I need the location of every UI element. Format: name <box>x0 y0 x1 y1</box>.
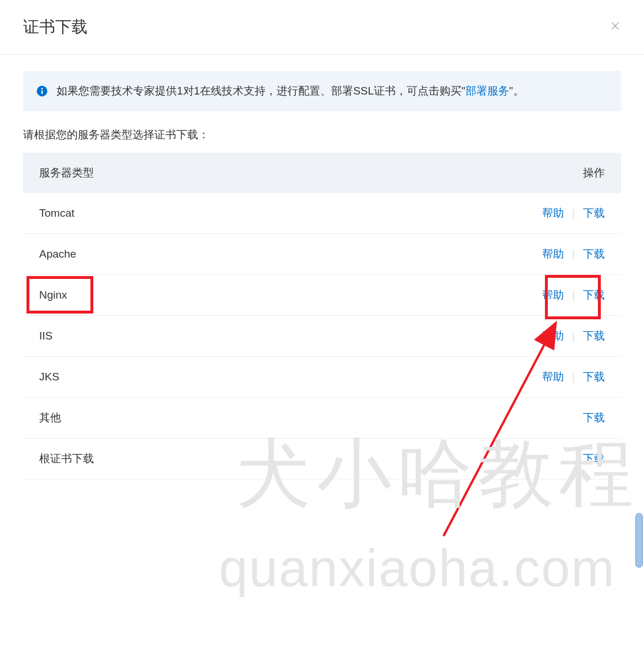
info-icon <box>36 85 48 97</box>
server-type-name: JKS <box>39 371 59 383</box>
download-link[interactable]: 下载 <box>583 410 605 425</box>
action-divider: | <box>572 207 575 220</box>
table-row: 其他下载 <box>23 398 621 439</box>
row-actions: 帮助|下载 <box>542 329 605 343</box>
scrollbar-thumb[interactable] <box>635 513 643 568</box>
server-type-name: Nginx <box>39 289 67 301</box>
action-divider: | <box>572 248 575 261</box>
table-row: Tomcat帮助|下载 <box>23 193 621 234</box>
download-link[interactable]: 下载 <box>583 206 605 221</box>
table-row: IIS帮助|下载 <box>23 316 621 357</box>
server-type-name: IIS <box>39 330 52 342</box>
svg-point-3 <box>41 88 43 90</box>
table-row: 根证书下载下载 <box>23 439 621 480</box>
modal-title: 证书下载 <box>23 16 88 38</box>
row-actions: 帮助|下载 <box>542 206 605 221</box>
download-link[interactable]: 下载 <box>583 329 605 343</box>
server-type-name: 其他 <box>39 410 61 425</box>
modal-body: 如果您需要技术专家提供1对1在线技术支持，进行配置、部署SSL证书，可点击购买"… <box>0 55 644 496</box>
server-type-name: Apache <box>39 248 76 261</box>
server-type-name: 根证书下载 <box>39 451 94 466</box>
table-header-servertype: 服务器类型 <box>39 165 94 180</box>
table-row: Apache帮助|下载 <box>23 234 621 275</box>
row-actions: 下载 <box>583 410 605 425</box>
help-link[interactable]: 帮助 <box>542 329 564 343</box>
subtitle: 请根据您的服务器类型选择证书下载： <box>23 127 621 142</box>
help-link[interactable]: 帮助 <box>542 206 564 221</box>
row-actions: 帮助|下载 <box>542 369 605 384</box>
table-header-action: 操作 <box>583 165 605 180</box>
download-link[interactable]: 下载 <box>583 247 605 262</box>
info-text-suffix: "。 <box>509 85 524 97</box>
table-row: Nginx帮助|下载 <box>23 275 621 316</box>
action-divider: | <box>572 371 575 383</box>
download-link[interactable]: 下载 <box>583 451 605 466</box>
row-actions: 下载 <box>583 451 605 466</box>
info-banner-text: 如果您需要技术专家提供1对1在线技术支持，进行配置、部署SSL证书，可点击购买"… <box>56 82 524 100</box>
svg-rect-4 <box>41 90 43 94</box>
info-banner: 如果您需要技术专家提供1对1在线技术支持，进行配置、部署SSL证书，可点击购买"… <box>23 71 621 111</box>
row-actions: 帮助|下载 <box>542 288 605 303</box>
download-link[interactable]: 下载 <box>583 288 605 303</box>
row-actions: 帮助|下载 <box>542 247 605 262</box>
server-type-name: Tomcat <box>39 207 74 220</box>
table-row: JKS帮助|下载 <box>23 357 621 398</box>
watermark-en: quanxiaoha.com <box>219 539 615 598</box>
server-type-table: 服务器类型 操作 Tomcat帮助|下载Apache帮助|下载Nginx帮助|下… <box>23 153 621 480</box>
help-link[interactable]: 帮助 <box>542 288 564 303</box>
modal-header: 证书下载 <box>0 0 644 55</box>
close-icon <box>609 20 621 32</box>
action-divider: | <box>572 289 575 301</box>
info-text-prefix: 如果您需要技术专家提供1对1在线技术支持，进行配置、部署SSL证书，可点击购买" <box>56 85 465 97</box>
help-link[interactable]: 帮助 <box>542 369 564 384</box>
deploy-service-link[interactable]: 部署服务 <box>465 85 509 97</box>
table-header: 服务器类型 操作 <box>23 153 621 193</box>
close-button[interactable] <box>609 20 621 34</box>
help-link[interactable]: 帮助 <box>542 247 564 262</box>
download-link[interactable]: 下载 <box>583 369 605 384</box>
action-divider: | <box>572 330 575 342</box>
